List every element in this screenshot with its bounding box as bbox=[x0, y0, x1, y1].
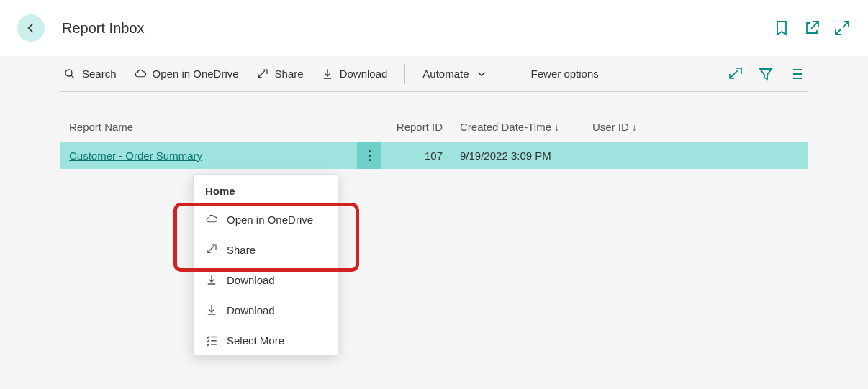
header-created-date-label: Created Date-Time bbox=[460, 121, 551, 133]
header-user-id[interactable]: User ID↓ bbox=[575, 121, 661, 133]
sort-arrow-down-icon: ↓ bbox=[554, 122, 559, 133]
download-icon bbox=[205, 273, 218, 286]
fewer-options-label: Fewer options bbox=[531, 68, 599, 80]
search-label: Search bbox=[82, 68, 117, 80]
expand-button[interactable] bbox=[833, 19, 851, 37]
row-more-actions-button[interactable] bbox=[357, 142, 381, 169]
svg-point-0 bbox=[65, 70, 72, 76]
toolbar-divider bbox=[404, 64, 405, 84]
ctx-select-more-label: Select More bbox=[227, 334, 284, 347]
open-onedrive-button[interactable]: Open in OneDrive bbox=[134, 68, 239, 81]
select-more-icon bbox=[205, 334, 218, 347]
ctx-share-label: Share bbox=[227, 244, 256, 256]
list-icon bbox=[787, 65, 805, 83]
report-name-link[interactable]: Customer - Order Summary bbox=[66, 150, 317, 162]
cloud-icon bbox=[205, 213, 218, 226]
download-label: Download bbox=[340, 68, 388, 80]
search-button[interactable]: Search bbox=[63, 68, 117, 81]
ctx-download-1[interactable]: Download bbox=[194, 265, 338, 295]
header-report-id[interactable]: Report ID bbox=[381, 121, 443, 133]
open-onedrive-label: Open in OneDrive bbox=[153, 68, 239, 80]
share-action-button[interactable] bbox=[727, 65, 744, 83]
header-created-date[interactable]: Created Date-Time↓ bbox=[443, 121, 575, 133]
automate-label: Automate bbox=[422, 68, 469, 80]
back-arrow-icon bbox=[24, 21, 38, 35]
search-icon bbox=[63, 68, 76, 81]
report-id-cell: 107 bbox=[381, 150, 443, 162]
ctx-download-2[interactable]: Download bbox=[194, 295, 338, 325]
ctx-select-more[interactable]: Select More bbox=[194, 325, 338, 355]
popout-button[interactable] bbox=[803, 19, 820, 37]
table-header-row: Report Name Report ID Created Date-Time↓… bbox=[60, 121, 808, 133]
list-view-button[interactable] bbox=[787, 65, 805, 83]
share-action-icon bbox=[727, 65, 744, 83]
share-icon bbox=[205, 243, 218, 256]
table-row[interactable]: Customer - Order Summary 107 9/19/2022 3… bbox=[60, 142, 808, 169]
share-button[interactable]: Share bbox=[256, 68, 304, 81]
back-button[interactable] bbox=[17, 14, 45, 42]
top-actions bbox=[773, 19, 851, 37]
ctx-download-2-label: Download bbox=[227, 304, 275, 316]
ctx-open-onedrive-label: Open in OneDrive bbox=[227, 214, 313, 226]
filter-button[interactable] bbox=[757, 65, 774, 83]
filter-icon bbox=[757, 65, 774, 83]
ctx-download-1-label: Download bbox=[227, 274, 275, 286]
top-bar: Report Inbox bbox=[0, 0, 868, 56]
bookmark-button[interactable] bbox=[773, 19, 790, 37]
download-icon bbox=[205, 303, 218, 316]
download-button[interactable]: Download bbox=[321, 68, 388, 81]
popout-icon bbox=[803, 19, 820, 37]
ctx-open-onedrive[interactable]: Open in OneDrive bbox=[194, 204, 338, 234]
share-label: Share bbox=[275, 68, 304, 80]
context-menu-header: Home bbox=[194, 175, 338, 204]
toolbar: Search Open in OneDrive Share Download A… bbox=[60, 56, 808, 92]
cloud-icon bbox=[134, 68, 147, 81]
share-icon bbox=[256, 68, 269, 81]
expand-icon bbox=[833, 19, 851, 37]
download-icon bbox=[321, 68, 334, 81]
page-title: Report Inbox bbox=[62, 20, 145, 37]
kebab-icon bbox=[369, 150, 371, 161]
created-date-cell: 9/19/2022 3:09 PM bbox=[443, 150, 575, 162]
ctx-share[interactable]: Share bbox=[194, 234, 338, 265]
header-report-name[interactable]: Report Name bbox=[66, 121, 381, 133]
automate-button[interactable]: Automate bbox=[422, 68, 487, 81]
bookmark-icon bbox=[773, 19, 790, 37]
chevron-down-icon bbox=[475, 68, 488, 81]
header-user-id-label: User ID bbox=[592, 121, 629, 133]
sort-arrow-down-icon: ↓ bbox=[632, 122, 637, 133]
fewer-options-button[interactable]: Fewer options bbox=[531, 68, 599, 80]
context-menu: Home Open in OneDrive Share Download Dow… bbox=[193, 174, 338, 356]
table: Report Name Report ID Created Date-Time↓… bbox=[60, 121, 808, 169]
